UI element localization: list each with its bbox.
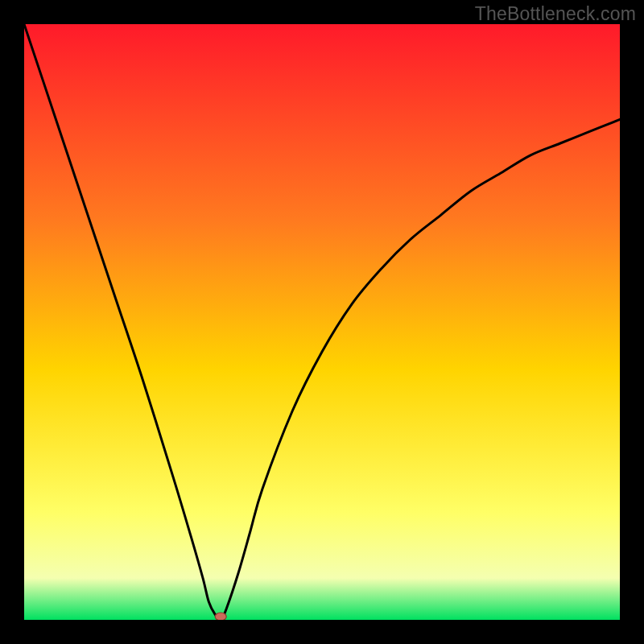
chart-frame: TheBottleneck.com bbox=[0, 0, 644, 644]
attribution-text: TheBottleneck.com bbox=[475, 3, 636, 25]
optimal-point-marker bbox=[215, 613, 226, 620]
bottleneck-chart bbox=[24, 24, 620, 620]
gradient-background bbox=[24, 24, 620, 620]
